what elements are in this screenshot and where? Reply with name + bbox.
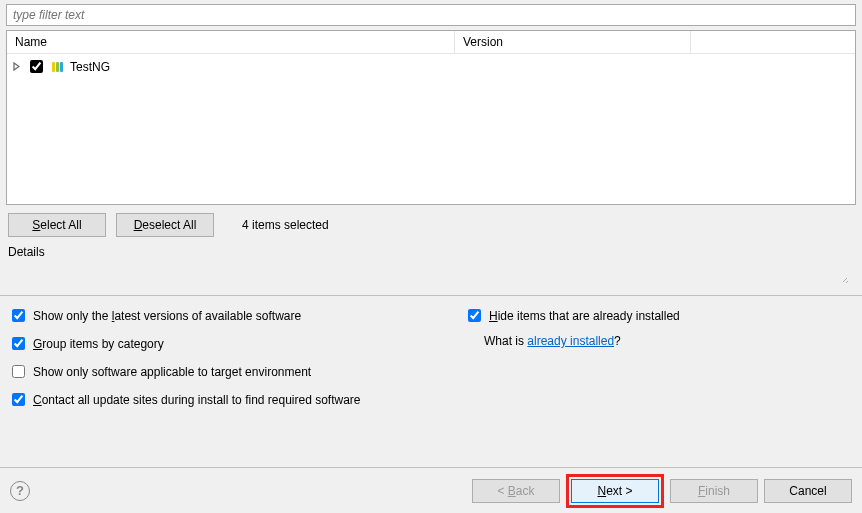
checkbox-label: Hide items that are already installed — [489, 309, 680, 323]
filter-input[interactable] — [6, 4, 856, 26]
column-header-name[interactable]: Name — [7, 31, 455, 53]
table-row[interactable]: TestNG — [7, 56, 855, 77]
table-header: Name Version — [7, 31, 855, 54]
checkbox-label: Show only software applicable to target … — [33, 365, 311, 379]
row-checkbox[interactable] — [30, 60, 43, 73]
chevron-right-icon[interactable] — [11, 61, 22, 72]
checkbox-input[interactable] — [12, 365, 25, 378]
checkbox-input[interactable] — [12, 393, 25, 406]
checkbox-show-latest[interactable]: Show only the latest versions of availab… — [8, 306, 464, 325]
checkbox-input[interactable] — [12, 337, 25, 350]
finish-button: Finish — [670, 479, 758, 503]
back-button: < Back — [472, 479, 560, 503]
feature-icon — [50, 59, 66, 75]
checkbox-hide-installed[interactable]: Hide items that are already installed — [464, 306, 854, 325]
cancel-button[interactable]: Cancel — [764, 479, 852, 503]
whatis-text: What is already installed? — [484, 334, 854, 348]
already-installed-link[interactable]: already installed — [527, 334, 614, 348]
checkbox-input[interactable] — [468, 309, 481, 322]
software-table: Name Version TestNG — [6, 30, 856, 205]
checkbox-group-category[interactable]: Group items by category — [8, 334, 464, 353]
details-textarea[interactable] — [6, 259, 856, 289]
resize-grip-icon[interactable] — [840, 275, 850, 287]
checkbox-input[interactable] — [12, 309, 25, 322]
column-header-version[interactable]: Version — [455, 31, 691, 53]
checkbox-label: Contact all update sites during install … — [33, 393, 361, 407]
select-all-button[interactable]: Select All — [8, 213, 106, 237]
checkbox-label: Show only the latest versions of availab… — [33, 309, 301, 323]
details-label: Details — [6, 245, 856, 259]
column-header-blank — [691, 31, 855, 53]
checkbox-target-env[interactable]: Show only software applicable to target … — [8, 362, 464, 381]
checkbox-label: Group items by category — [33, 337, 164, 351]
checkbox-contact-sites[interactable]: Contact all update sites during install … — [8, 390, 464, 409]
help-icon[interactable]: ? — [10, 481, 30, 501]
next-button[interactable]: Next > — [571, 479, 659, 503]
table-body[interactable]: TestNG — [7, 54, 855, 204]
row-label: TestNG — [70, 60, 110, 74]
next-button-highlight: Next > — [566, 474, 664, 508]
deselect-all-button[interactable]: Deselect All — [116, 213, 214, 237]
wizard-button-bar: ? < Back Next > Finish Cancel — [0, 467, 862, 513]
selection-status: 4 items selected — [242, 218, 329, 232]
